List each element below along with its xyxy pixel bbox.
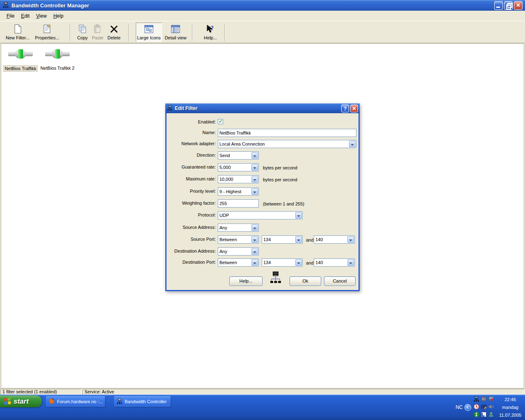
properties-button[interactable]: Properties... [33,23,62,42]
restore-button[interactable] [504,1,513,10]
tray-messenger-icon[interactable] [488,411,495,418]
detail-view-button[interactable]: Detail view [163,23,188,42]
dropdown-arrow-icon[interactable] [349,141,356,147]
name-label: Name: [167,130,216,135]
protocol-label: Protocol: [167,212,216,217]
dropdown-arrow-icon[interactable] [251,164,258,171]
filter-item-netbios-traffikk[interactable]: NetBios Traffikk [2,47,39,72]
source-port-to-select[interactable]: 140 [314,235,355,244]
maximum-rate-label: Maximum rate: [167,176,216,181]
minimize-button[interactable] [494,1,503,10]
network-icon [116,398,123,405]
dialog-help-action-button[interactable]: Help... [229,276,262,286]
dropdown-arrow-icon[interactable] [251,152,258,159]
source-port-op-select[interactable]: Between [218,235,259,244]
status-bar: 1 filter selected (1 enabled) Service: A… [0,388,525,395]
priority-row: Priority level: 9 - Highest [167,187,358,196]
dialog-help-button[interactable] [341,105,349,112]
new-filter-icon [13,24,22,34]
filter-item-netbios-trafikk-2[interactable]: NetBios Trafikk 2 [39,47,76,71]
paste-button: Paste [90,23,105,42]
task-button-firefox[interactable]: Forum.hardware.no :... [46,396,105,407]
name-input[interactable]: NetBios Traffikk [218,129,356,137]
tray-globe-icon[interactable]: BG [481,396,487,402]
tray-l1-icon[interactable] [481,411,487,418]
clock-time: 22:46 [497,396,523,404]
enabled-label: Enabled: [167,119,216,124]
tray-firewall-icon[interactable] [481,404,487,410]
dropdown-arrow-icon[interactable] [251,236,258,243]
delete-button[interactable]: Delete [105,23,123,42]
dialog-buttons-row: Help... Ok Cancel [167,276,358,289]
window-title: Bandwidth Controller Manager [11,2,493,9]
source-port-from-select[interactable]: 134 [262,235,303,244]
task-button-bandwidth-controller[interactable]: Bandwidth Controller ... [114,396,171,407]
protocol-row: Protocol: UDP [167,211,358,220]
windows-flag-icon [3,397,11,406]
dropdown-arrow-icon[interactable] [251,224,258,231]
menu-edit[interactable]: Edit [18,12,33,20]
dropdown-arrow-icon[interactable] [347,259,354,266]
adapter-select[interactable]: Local Area Connection [218,140,356,148]
tray-clock-icon[interactable] [473,404,480,410]
delete-icon [110,24,119,34]
detail-view-icon [171,24,180,34]
dropdown-arrow-icon[interactable] [347,236,354,243]
menu-file[interactable]: File [3,12,18,20]
direction-select[interactable]: Send [218,151,259,160]
menu-bar: File Edit View Help [0,11,525,21]
dialog-title: Edit Filter [175,105,340,111]
help-button[interactable]: ? Help... [200,23,221,42]
menu-help[interactable]: Help [50,12,67,20]
dropdown-arrow-icon[interactable] [251,259,258,266]
maximum-rate-select[interactable]: 10,000 [218,175,259,183]
toolbar-separator [70,24,71,41]
adapter-label: Network adapter: [167,141,216,146]
dest-port-from-select[interactable]: 134 [262,258,303,267]
weighting-input[interactable]: 255 [218,199,259,208]
dest-port-and-label: and [306,260,313,265]
clock-date: 11.07.2005 [497,411,523,419]
copy-button[interactable]: Copy [75,23,90,42]
dropdown-arrow-icon[interactable] [251,176,258,183]
guaranteed-rate-select[interactable]: 5,000 [218,163,259,171]
ok-button[interactable]: Ok [290,276,321,286]
protocol-select[interactable]: UDP [218,211,303,219]
properties-icon [43,24,52,34]
guaranteed-rate-unit: bytes per second [263,165,297,170]
dropdown-arrow-icon[interactable] [251,248,258,255]
enabled-checkbox[interactable] [218,119,223,124]
new-filter-button[interactable]: New Filter... [4,23,31,42]
dialog-close-button[interactable] [350,105,358,112]
dest-port-to-select[interactable]: 140 [314,258,355,267]
close-button[interactable] [514,1,523,10]
dialog-icon [167,105,173,112]
guaranteed-rate-label: Guaranteed rate: [167,164,216,169]
source-address-row: Source Address: Any [167,224,358,233]
source-address-select[interactable]: Any [218,224,259,232]
tray-volume-icon[interactable] [488,404,495,410]
large-icons-button[interactable]: Large Icons [136,23,162,42]
dropdown-arrow-icon[interactable] [295,259,302,266]
weighting-row: Weighting factor: 255 (between 1 and 255… [167,199,358,208]
tray-liveupdate-icon[interactable] [473,411,480,418]
tray-monitor-disconnected-icon[interactable] [488,396,495,402]
edit-filter-dialog: Edit Filter Enabled: Name: NetBios Traff… [165,103,360,291]
start-label: start [14,397,29,406]
dest-address-select[interactable]: Any [218,247,259,256]
system-tray: NC BG [456,395,525,420]
priority-select[interactable]: 9 - Highest [218,187,259,196]
dest-port-op-select[interactable]: Between [218,258,259,267]
hide-icons-chevron-button[interactable] [464,404,471,411]
filter-label: NetBios Trafikk 2 [39,65,75,71]
dropdown-arrow-icon[interactable] [251,188,258,195]
taskbar-clock[interactable]: 22:46 mandag 11.07.2005 [497,396,525,419]
cancel-button[interactable]: Cancel [324,276,356,286]
start-button[interactable]: start [0,395,42,407]
source-address-label: Source Address: [167,225,216,230]
tray-network-icon[interactable] [473,396,480,402]
menu-view[interactable]: View [33,12,50,20]
dropdown-arrow-icon[interactable] [295,236,302,243]
dropdown-arrow-icon[interactable] [295,212,302,219]
adapter-row: Network adapter: Local Area Connection [167,140,358,149]
